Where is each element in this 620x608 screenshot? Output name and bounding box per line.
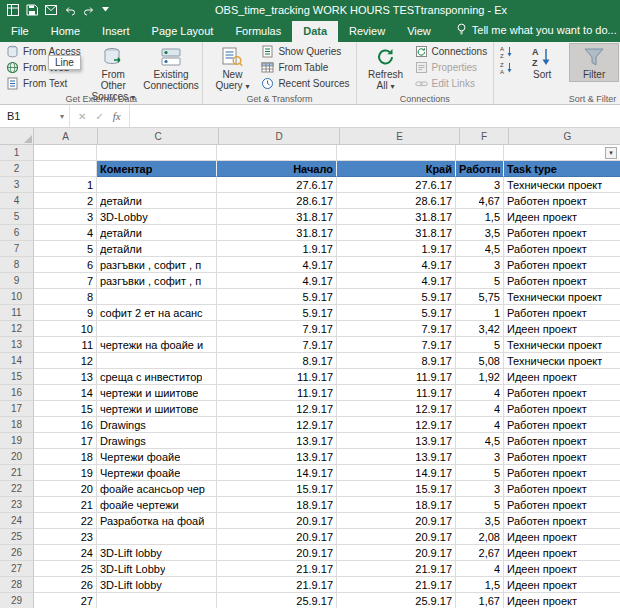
tab-insert[interactable]: Insert [91, 21, 141, 42]
cell[interactable]: 7.9.17 [337, 321, 456, 337]
cell[interactable]: разгъвки , софит , п [97, 257, 217, 273]
row-header-27[interactable]: 27 [0, 561, 34, 577]
cell[interactable]: Идеен проект [504, 545, 620, 561]
from-table-button[interactable]: From Table [258, 59, 352, 75]
cell[interactable]: 14 [34, 385, 97, 401]
cell[interactable]: 3D-Lift lobby [97, 545, 217, 561]
row-header-15[interactable]: 15 [0, 369, 34, 385]
cell[interactable]: 25 [34, 561, 97, 577]
cell[interactable]: Чертежи фоайе [97, 465, 217, 481]
cell[interactable]: Край [337, 161, 456, 177]
cell[interactable]: 9 [34, 305, 97, 321]
tab-file[interactable]: File [0, 21, 40, 42]
row-header-21[interactable]: 21 [0, 465, 34, 481]
cell[interactable]: 8.9.17 [337, 353, 456, 369]
cell[interactable]: Идеен проект [504, 561, 620, 577]
cell[interactable]: 11.9.17 [337, 369, 456, 385]
cell[interactable]: 15.9.17 [217, 481, 337, 497]
qat-customize-caret-icon[interactable] [102, 7, 109, 12]
refresh-all-button[interactable]: Refresh All ▾ [361, 43, 411, 94]
cell[interactable]: Работен проект [504, 481, 620, 497]
cell[interactable]: 5.9.17 [337, 289, 456, 305]
cell[interactable]: 27.6.17 [217, 177, 337, 193]
cell[interactable] [97, 177, 217, 193]
cell[interactable] [217, 145, 337, 161]
cell[interactable] [34, 145, 97, 161]
row-header-6[interactable]: 6 [0, 225, 34, 241]
cell[interactable]: Работен проект [504, 465, 620, 481]
row-header-11[interactable]: 11 [0, 305, 34, 321]
cell[interactable]: Идеен проект [504, 529, 620, 545]
cell[interactable]: 4 [456, 417, 504, 433]
cell[interactable]: Идеен проект [504, 593, 620, 608]
cell[interactable]: 4,5 [456, 241, 504, 257]
cell[interactable]: 1.9.17 [337, 241, 456, 257]
cell[interactable]: 3,5 [456, 513, 504, 529]
cell[interactable]: 22 [34, 513, 97, 529]
cell[interactable]: 5 [34, 241, 97, 257]
cell[interactable]: 16 [34, 417, 97, 433]
cell[interactable]: 10 [34, 321, 97, 337]
cell[interactable]: фоайе чертежи [97, 497, 217, 513]
row-header-23[interactable]: 23 [0, 497, 34, 513]
cell[interactable]: 1 [34, 177, 97, 193]
cell[interactable]: 18.9.17 [337, 497, 456, 513]
cell[interactable] [97, 353, 217, 369]
filter-button[interactable]: Filter [569, 43, 619, 82]
cell[interactable]: 28.6.17 [217, 193, 337, 209]
cell[interactable]: 12.9.17 [337, 417, 456, 433]
row-header-28[interactable]: 28 [0, 577, 34, 593]
cell[interactable]: 5,08 [456, 353, 504, 369]
cell[interactable]: 5.9.17 [217, 289, 337, 305]
row-header-14[interactable]: 14 [0, 353, 34, 369]
name-box-dropdown-icon[interactable]: ▾ [60, 112, 69, 121]
row-header-5[interactable]: 5 [0, 209, 34, 225]
row-header-18[interactable]: 18 [0, 417, 34, 433]
cell[interactable]: 2 [34, 193, 97, 209]
cell[interactable]: 31.8.17 [217, 225, 337, 241]
cell[interactable]: чертежи на фоайе и [97, 337, 217, 353]
cell[interactable]: 28.6.17 [337, 193, 456, 209]
cell[interactable] [34, 161, 97, 177]
cell[interactable]: Идеен проект [504, 577, 620, 593]
column-header-e[interactable]: E [340, 128, 460, 145]
email-icon[interactable] [45, 5, 57, 15]
cell[interactable]: среща с инвеститор [97, 369, 217, 385]
redo-icon[interactable] [83, 4, 95, 16]
cell[interactable]: 21.9.17 [217, 577, 337, 593]
cell[interactable]: 20.9.17 [217, 529, 337, 545]
cell[interactable]: 4.9.17 [217, 273, 337, 289]
row-header-3[interactable]: 3 [0, 177, 34, 193]
cell[interactable]: 20.9.17 [337, 529, 456, 545]
cell[interactable]: 1.9.17 [217, 241, 337, 257]
cell[interactable]: 12.9.17 [217, 401, 337, 417]
cell[interactable] [337, 145, 456, 161]
cell[interactable]: 1,5 [456, 209, 504, 225]
row-header-25[interactable]: 25 [0, 529, 34, 545]
cell[interactable]: Работен проект [504, 385, 620, 401]
row-header-12[interactable]: 12 [0, 321, 34, 337]
column-header-c[interactable]: C [98, 128, 219, 145]
cell[interactable]: 14.9.17 [337, 465, 456, 481]
cell[interactable] [97, 529, 217, 545]
cell[interactable]: Работен проект [504, 513, 620, 529]
row-header-9[interactable]: 9 [0, 273, 34, 289]
row-header-16[interactable]: 16 [0, 385, 34, 401]
cancel-icon[interactable]: ✕ [78, 111, 86, 122]
cell[interactable]: 1,5 [456, 577, 504, 593]
cell[interactable]: Task type [504, 161, 620, 177]
cell[interactable]: 5 [456, 497, 504, 513]
cell[interactable]: 4 [456, 401, 504, 417]
cell[interactable]: Идеен проект [504, 321, 620, 337]
edit-links-button[interactable]: Edit Links [412, 75, 491, 91]
cell[interactable]: 24 [34, 545, 97, 561]
cell[interactable]: 7.9.17 [217, 337, 337, 353]
cell[interactable]: 21 [34, 497, 97, 513]
cell[interactable]: 5 [456, 465, 504, 481]
sort-descending-button[interactable]: ZA [497, 59, 516, 75]
row-header-2[interactable]: 2 [0, 161, 34, 177]
tab-page-layout[interactable]: Page Layout [141, 21, 225, 42]
cell[interactable]: 20.9.17 [217, 513, 337, 529]
cell[interactable]: 3,5 [456, 225, 504, 241]
tab-view[interactable]: View [396, 21, 442, 42]
